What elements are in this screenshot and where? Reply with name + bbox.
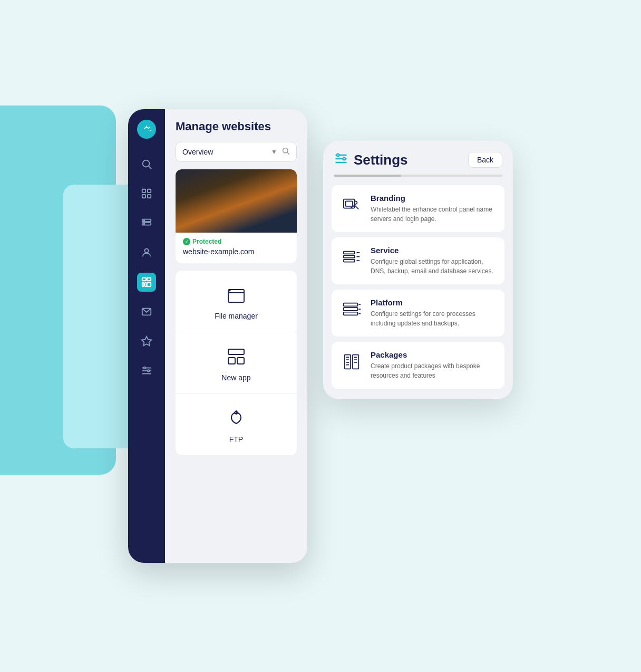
sidebar-item-search[interactable] xyxy=(137,155,156,174)
svg-rect-25 xyxy=(228,290,244,302)
svg-point-9 xyxy=(144,223,145,224)
svg-rect-15 xyxy=(147,283,151,286)
dropdown-arrow-icon[interactable]: ▼ xyxy=(271,148,277,156)
sidebar-item-star[interactable] xyxy=(137,332,156,351)
svg-rect-3 xyxy=(148,189,151,193)
file-manager-label: File manager xyxy=(215,312,258,320)
svg-rect-44 xyxy=(344,303,358,306)
settings-title: Settings xyxy=(354,152,408,168)
svg-rect-45 xyxy=(344,308,358,311)
ftp-icon xyxy=(224,406,249,431)
branding-desc: Whitelabel the enhance control panel nam… xyxy=(371,205,496,224)
svg-rect-4 xyxy=(142,195,145,198)
progress-bar-fill xyxy=(334,175,401,177)
svg-point-10 xyxy=(144,249,148,253)
svg-rect-11 xyxy=(142,278,146,281)
svg-rect-26 xyxy=(228,349,244,354)
search-icon[interactable] xyxy=(281,147,290,157)
svg-rect-40 xyxy=(344,260,355,262)
settings-panel: Settings Back Br xyxy=(323,141,513,399)
platform-title: Platform xyxy=(371,298,496,307)
settings-item-branding[interactable]: Branding Whitelabel the enhance control … xyxy=(332,185,504,232)
main-content: Manage websites Overview ▼ Protect xyxy=(165,109,307,563)
packages-text: Packages Create product packages with be… xyxy=(371,350,496,380)
svg-point-37 xyxy=(354,201,357,204)
svg-point-33 xyxy=(343,158,346,160)
tool-ftp[interactable]: FTP xyxy=(176,394,297,455)
svg-point-0 xyxy=(143,160,150,167)
logo[interactable] xyxy=(137,120,156,139)
packages-title: Packages xyxy=(371,350,496,359)
svg-marker-17 xyxy=(142,337,151,345)
svg-rect-12 xyxy=(142,283,144,286)
protected-badge: Protected xyxy=(183,238,289,245)
file-manager-icon xyxy=(224,282,249,308)
new-app-icon xyxy=(224,344,249,369)
branding-icon xyxy=(340,194,363,217)
service-icon xyxy=(340,246,363,269)
platform-icon xyxy=(340,298,363,321)
platform-desc: Configure settings for core processes in… xyxy=(371,309,496,328)
phone-left: Manage websites Overview ▼ Protect xyxy=(128,109,307,563)
website-card[interactable]: Protected website-example.com xyxy=(176,169,297,263)
progress-bar-bg xyxy=(334,175,502,177)
page-title: Manage websites xyxy=(176,120,297,133)
settings-header: Settings Back xyxy=(323,141,513,168)
sidebar-item-user[interactable] xyxy=(137,243,156,262)
svg-rect-38 xyxy=(344,252,355,254)
settings-header-icon xyxy=(334,151,348,168)
settings-progress xyxy=(323,175,513,177)
settings-list: Branding Whitelabel the enhance control … xyxy=(323,185,513,389)
website-url: website-example.com xyxy=(183,247,289,256)
tools-grid: File manager New app xyxy=(176,271,297,455)
svg-rect-13 xyxy=(145,283,147,286)
new-app-label: New app xyxy=(221,373,250,382)
search-bar[interactable]: Overview ▼ xyxy=(176,142,297,162)
svg-point-23 xyxy=(283,148,288,153)
sidebar-item-apps[interactable] xyxy=(137,273,156,292)
tool-new-app[interactable]: New app xyxy=(176,332,297,394)
sidebar-item-server[interactable] xyxy=(137,214,156,233)
svg-point-8 xyxy=(144,220,145,221)
svg-rect-27 xyxy=(228,358,235,364)
service-text: Service Configure global settings for ap… xyxy=(371,246,496,276)
sidebar-item-settings[interactable] xyxy=(137,361,156,380)
svg-point-20 xyxy=(144,367,146,369)
svg-line-1 xyxy=(149,166,151,169)
svg-rect-46 xyxy=(344,312,358,315)
tool-file-manager[interactable]: File manager xyxy=(176,271,297,332)
sidebar-item-mail[interactable] xyxy=(137,302,156,321)
svg-rect-28 xyxy=(237,358,244,364)
protected-label: Protected xyxy=(192,238,221,245)
website-info: Protected website-example.com xyxy=(176,233,297,263)
website-image xyxy=(176,169,297,233)
svg-rect-14 xyxy=(147,278,151,281)
svg-point-32 xyxy=(337,154,339,157)
service-title: Service xyxy=(371,246,496,255)
platform-text: Platform Configure settings for core pro… xyxy=(371,298,496,328)
search-bar-value: Overview xyxy=(182,148,267,156)
packages-desc: Create product packages with bespoke res… xyxy=(371,361,496,380)
svg-rect-39 xyxy=(344,255,355,258)
settings-title-group: Settings xyxy=(334,151,408,168)
protected-dot-icon xyxy=(183,238,190,245)
settings-item-platform[interactable]: Platform Configure settings for core pro… xyxy=(332,290,504,337)
sidebar-item-grid[interactable] xyxy=(137,184,156,203)
back-button[interactable]: Back xyxy=(468,152,502,168)
svg-line-24 xyxy=(287,152,289,155)
service-desc: Configure global settings for applicatio… xyxy=(371,257,496,276)
branding-text: Branding Whitelabel the enhance control … xyxy=(371,194,496,224)
sidebar xyxy=(128,109,165,563)
svg-point-21 xyxy=(148,370,150,372)
branding-title: Branding xyxy=(371,194,496,203)
scene: Manage websites Overview ▼ Protect xyxy=(128,109,513,563)
settings-item-service[interactable]: Service Configure global settings for ap… xyxy=(332,237,504,284)
packages-icon xyxy=(340,350,363,373)
svg-rect-2 xyxy=(142,189,145,193)
svg-rect-5 xyxy=(148,195,151,198)
ftp-label: FTP xyxy=(229,435,243,444)
settings-item-packages[interactable]: Packages Create product packages with be… xyxy=(332,342,504,389)
svg-rect-36 xyxy=(346,201,353,206)
